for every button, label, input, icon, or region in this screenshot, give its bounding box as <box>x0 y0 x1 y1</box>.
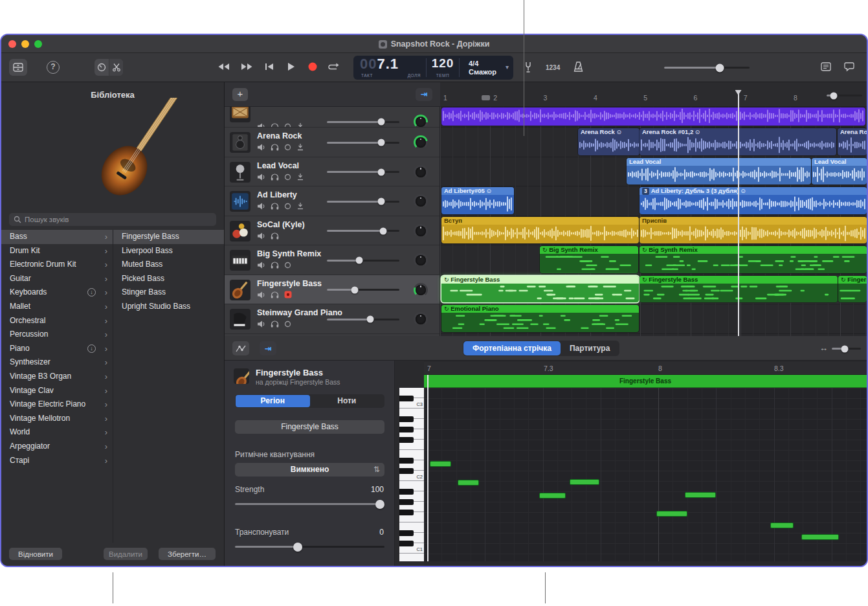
mute-button[interactable] <box>257 262 265 269</box>
midi-note[interactable] <box>656 511 687 517</box>
sidebar-item-orchestral[interactable]: Orchestral› <box>1 314 113 328</box>
sidebar-item-guitar[interactable]: Guitar› <box>1 272 113 286</box>
sidebar-item-synthesizer[interactable]: Synthesizer› <box>1 355 113 370</box>
sidebar-item-vintage-clav[interactable]: Vintage Clav› <box>1 384 113 398</box>
lcd-key-signature[interactable]: 4/4 Смажор ▾ <box>460 56 513 80</box>
count-in-button[interactable]: 1234 <box>546 64 560 71</box>
piano-keyboard[interactable]: C3C2C1 <box>399 388 424 561</box>
ruler-marker[interactable] <box>482 95 490 100</box>
record-enable-button[interactable] <box>284 144 291 151</box>
sidebar-item-mallet[interactable]: Mallet› <box>1 300 113 314</box>
track-pan-knob[interactable] <box>414 312 428 326</box>
piano-black-key[interactable] <box>399 530 414 536</box>
patch-item-picked-bass[interactable]: Picked Bass <box>113 272 224 286</box>
quantize-dropdown[interactable]: Вимкнено ⇅ <box>235 463 384 477</box>
piano-black-key[interactable] <box>399 499 414 505</box>
smart-controls-button[interactable] <box>95 59 109 76</box>
editor-catch-button[interactable]: ⇥ <box>260 341 276 355</box>
transpose-knob[interactable] <box>293 543 302 552</box>
patch-item-muted-bass[interactable]: Muted Bass <box>113 258 224 272</box>
patch-item-stinger-bass[interactable]: Stinger Bass <box>113 286 224 300</box>
sidebar-item-world[interactable]: World› <box>1 425 113 440</box>
record-button[interactable] <box>307 62 318 72</box>
region-big-synth-remix[interactable]: ↻ Big Synth Remix <box>640 246 867 273</box>
piano-black-key[interactable] <box>399 510 414 515</box>
midi-note[interactable] <box>685 492 716 498</box>
midi-note[interactable] <box>430 461 451 467</box>
track-pan-knob[interactable] <box>414 115 428 128</box>
track-volume-slider[interactable] <box>327 201 399 203</box>
tab-region[interactable]: Регіон <box>236 395 310 407</box>
track-header-arena-rock[interactable]: Arena Rock <box>225 128 440 157</box>
piano-black-key[interactable] <box>399 416 414 422</box>
track-header-fingerstyle-bass[interactable]: Fingerstyle Bass <box>225 275 440 304</box>
piano-black-key[interactable] <box>399 468 414 474</box>
region-приспів[interactable]: Приспів <box>640 217 867 243</box>
tuner-button[interactable] <box>524 62 532 73</box>
sidebar-item-electronic-drum-kit[interactable]: Electronic Drum Kit› <box>1 258 113 272</box>
region-lead-vocal[interactable]: Lead Vocal <box>812 158 867 185</box>
save-button[interactable]: Зберегти… <box>159 548 216 560</box>
region-fingerstyle-bass[interactable]: ↻ Fingerstyle Bass <box>441 276 639 302</box>
solo-button[interactable] <box>271 173 279 181</box>
input-monitor-button[interactable] <box>296 202 304 210</box>
piano-black-key[interactable] <box>399 396 414 401</box>
track-header-ad-liberty[interactable]: Ad Liberty <box>225 186 440 216</box>
track-header-partial[interactable] <box>225 107 440 128</box>
patch-item-upright-studio-bass[interactable]: Upright Studio Bass <box>113 300 224 314</box>
automation-button[interactable] <box>232 341 249 355</box>
track-volume-slider[interactable] <box>327 319 399 320</box>
track-header-big-synth-remix[interactable]: Big Synth Remix <box>225 245 440 275</box>
region-name-button[interactable]: Fingerstyle Bass <box>235 420 384 434</box>
strength-knob[interactable] <box>375 500 384 509</box>
record-enable-button[interactable] <box>284 262 291 269</box>
go-to-beginning-button[interactable] <box>265 63 274 71</box>
sidebar-item-vintage-electric-piano[interactable]: Vintage Electric Piano› <box>1 398 113 412</box>
sidebar-item-vintage-mellotron[interactable]: Vintage Mellotron› <box>1 412 113 426</box>
mute-button[interactable] <box>257 232 265 240</box>
patch-item-liverpool-bass[interactable]: Liverpool Bass <box>113 244 224 258</box>
track-volume-slider[interactable] <box>327 121 399 123</box>
editor-playhead[interactable] <box>427 375 428 561</box>
mute-button[interactable] <box>257 291 265 298</box>
track-pan-knob[interactable] <box>414 194 428 208</box>
mute-button[interactable] <box>257 320 265 328</box>
region-big-synth-remix[interactable]: ↻ Big Synth Remix <box>540 246 638 273</box>
editor-ruler[interactable]: 77.388.3 <box>424 362 867 375</box>
solo-button[interactable] <box>271 291 279 298</box>
piano-roll-grid[interactable] <box>424 388 867 561</box>
piano-black-key[interactable] <box>399 541 414 546</box>
input-monitor-button[interactable] <box>296 143 304 151</box>
midi-note[interactable] <box>458 480 479 486</box>
delete-button[interactable]: Видалити <box>104 548 148 560</box>
sidebar-item-старі[interactable]: Старі› <box>1 454 113 468</box>
mute-button[interactable] <box>257 203 265 210</box>
editor-region-bar[interactable]: Fingerstyle Bass <box>424 375 867 388</box>
notepad-button[interactable] <box>821 62 831 71</box>
patch-item-fingerstyle-bass[interactable]: Fingerstyle Bass <box>113 230 224 244</box>
record-enable-button[interactable] <box>284 123 291 128</box>
rewind-button[interactable] <box>217 63 230 71</box>
record-enable-button[interactable] <box>284 203 291 210</box>
track-pan-knob[interactable] <box>414 135 428 150</box>
track-volume-slider[interactable] <box>327 230 399 232</box>
region-emotional-piano[interactable]: ↻ Emotional Piano <box>441 305 639 332</box>
input-monitor-button[interactable] <box>296 122 304 128</box>
piano-black-key[interactable] <box>399 427 414 432</box>
cycle-button[interactable] <box>328 63 340 71</box>
region-ad-liberty-05[interactable]: Ad Liberty#05 ⊙ <box>441 187 514 214</box>
track-volume-slider[interactable] <box>327 289 399 291</box>
track-header-steinway-grand-piano[interactable]: Steinway Grand Piano <box>225 304 440 334</box>
strength-slider[interactable] <box>235 503 384 505</box>
region-вступ[interactable]: Вступ <box>441 217 639 243</box>
mute-button[interactable] <box>257 123 265 128</box>
midi-note[interactable] <box>801 534 839 540</box>
piano-black-key[interactable] <box>399 489 414 495</box>
piano-black-key[interactable] <box>399 437 414 443</box>
track-volume-slider[interactable] <box>327 260 399 262</box>
solo-button[interactable] <box>271 143 279 151</box>
solo-button[interactable] <box>271 122 279 128</box>
transpose-slider[interactable] <box>235 546 384 548</box>
piano-black-key[interactable] <box>399 458 414 464</box>
editor-zoom-knob[interactable] <box>841 345 849 352</box>
